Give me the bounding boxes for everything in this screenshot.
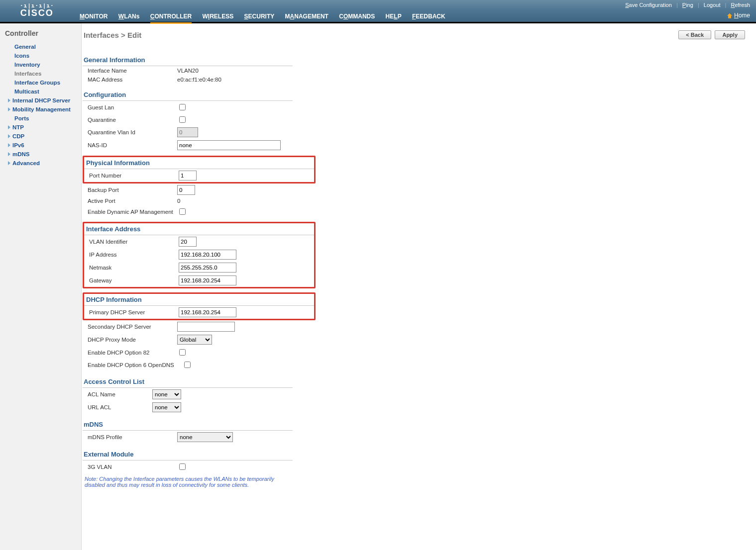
utility-links: Save Configuration | Ping | Logout | Ref… — [623, 2, 752, 8]
sidebar-item-ipv6[interactable]: IPv6 — [2, 141, 79, 150]
caret-icon — [8, 152, 10, 156]
nav-management[interactable]: MANAGEMENT — [285, 13, 328, 20]
home-icon — [727, 13, 732, 18]
footer-note: Note: Changing the Interface parameters … — [83, 473, 284, 488]
secondary-dhcp-label: Secondary DHCP Server — [83, 324, 177, 330]
netmask-input[interactable] — [179, 263, 236, 273]
caret-icon — [8, 98, 10, 102]
section-physical: Physical Information — [84, 157, 314, 169]
mac-address-label: MAC Address — [83, 77, 177, 83]
dhcp-opt82-label: Enable DHCP Option 82 — [83, 350, 177, 356]
sidebar-item-internal-dhcp[interactable]: Internal DHCP Server — [2, 96, 79, 105]
guest-lan-label: Guest Lan — [83, 104, 177, 110]
dyn-ap-checkbox[interactable] — [179, 208, 186, 215]
caret-icon — [8, 125, 10, 129]
vlan-id-label: VLAN Identifier — [84, 239, 179, 245]
nav-security[interactable]: SECURITY — [244, 13, 275, 20]
ip-address-input[interactable] — [179, 250, 236, 260]
quarantine-vlan-input — [177, 127, 198, 137]
section-acl: Access Control List — [83, 376, 293, 388]
sidebar-item-interface-groups[interactable]: Interface Groups — [2, 78, 79, 87]
guest-lan-checkbox[interactable] — [179, 104, 186, 110]
backup-port-label: Backup Port — [83, 187, 177, 193]
3g-vlan-checkbox[interactable] — [179, 463, 186, 470]
dhcp-opt6-label: Enable DHCP Option 6 OpenDNS — [83, 362, 182, 368]
sidebar-item-ports[interactable]: Ports — [2, 114, 79, 123]
nav-commands[interactable]: COMMANDS — [339, 13, 375, 20]
sidebar-item-ntp[interactable]: NTP — [2, 123, 79, 132]
dhcp-proxy-label: DHCP Proxy Mode — [83, 337, 177, 343]
top-header: Save Configuration | Ping | Logout | Ref… — [0, 0, 756, 22]
sidebar-item-mdns[interactable]: mDNS — [2, 150, 79, 159]
3g-vlan-label: 3G VLAN — [83, 464, 177, 470]
interface-name-value: VLAN20 — [177, 68, 199, 74]
caret-icon — [8, 107, 10, 111]
main-nav: MONITOR WLANs CONTROLLER WIRELESS SECURI… — [80, 13, 454, 20]
sidebar-item-multicast[interactable]: Multicast — [2, 87, 79, 96]
save-configuration-link[interactable]: Save Configuration — [625, 2, 672, 8]
sidebar-title: Controller — [2, 27, 79, 42]
quarantine-label: Quarantine — [83, 117, 177, 123]
sidebar-item-advanced[interactable]: Advanced — [2, 159, 79, 168]
section-mdns: mDNS — [83, 419, 293, 431]
cisco-logo: ·ı|ı·ı|ı· CISCO — [20, 3, 54, 17]
highlight-interface-address: Interface Address VLAN Identifier IP Add… — [83, 222, 316, 288]
highlight-dhcp: DHCP Information Primary DHCP Server — [83, 292, 316, 320]
sidebar-item-cdp[interactable]: CDP — [2, 132, 79, 141]
acl-name-select[interactable]: none — [152, 389, 181, 399]
highlight-physical: Physical Information Port Number — [83, 156, 316, 183]
interface-name-label: Interface Name — [83, 68, 177, 74]
home-link[interactable]: Home — [727, 12, 750, 19]
apply-button[interactable]: Apply — [715, 30, 745, 39]
back-button[interactable]: < Back — [678, 30, 711, 39]
dhcp-opt6-checkbox[interactable] — [184, 362, 191, 368]
sidebar-item-icons[interactable]: Icons — [2, 51, 79, 60]
refresh-link[interactable]: Refresh — [731, 2, 750, 8]
primary-dhcp-label: Primary DHCP Server — [84, 309, 179, 315]
ping-link[interactable]: Ping — [682, 2, 693, 8]
active-port-value: 0 — [177, 198, 180, 204]
section-interface-address: Interface Address — [84, 223, 314, 235]
port-number-input[interactable] — [179, 171, 197, 181]
nas-id-label: NAS-ID — [83, 142, 177, 148]
caret-icon — [8, 143, 10, 147]
sidebar-item-interfaces[interactable]: Interfaces — [2, 69, 79, 78]
dyn-ap-label: Enable Dynamic AP Management — [83, 209, 177, 215]
url-acl-label: URL ACL — [83, 404, 152, 410]
vlan-id-input[interactable] — [179, 237, 197, 247]
mdns-profile-select[interactable]: none — [177, 432, 233, 442]
quarantine-checkbox[interactable] — [179, 116, 186, 123]
dhcp-proxy-select[interactable]: Global — [177, 335, 212, 345]
quarantine-vlan-label: Quarantine Vlan Id — [83, 129, 177, 135]
nav-wlans[interactable]: WLANs — [118, 13, 140, 20]
nav-help[interactable]: HELP — [386, 13, 402, 20]
secondary-dhcp-input[interactable] — [177, 322, 235, 332]
nav-feedback[interactable]: FEEDBACK — [412, 13, 445, 20]
page-breadcrumb: Interfaces > Edit — [84, 31, 141, 39]
nav-controller[interactable]: CONTROLLER — [150, 13, 192, 24]
logout-link[interactable]: Logout — [704, 2, 721, 8]
gateway-label: Gateway — [84, 277, 179, 283]
section-external-module: External Module — [83, 449, 293, 460]
mac-address-value: e0:ac:f1:e0:4e:80 — [177, 77, 221, 83]
mdns-profile-label: mDNS Profile — [83, 434, 177, 440]
sidebar-item-inventory[interactable]: Inventory — [2, 60, 79, 69]
sidebar-item-mobility[interactable]: Mobility Management — [2, 105, 79, 114]
acl-name-label: ACL Name — [83, 391, 152, 397]
nav-wireless[interactable]: WIRELESS — [203, 13, 234, 20]
section-configuration: Configuration — [83, 89, 293, 101]
netmask-label: Netmask — [84, 265, 179, 271]
section-general: General Information — [83, 54, 293, 66]
caret-icon — [8, 134, 10, 138]
gateway-input[interactable] — [179, 275, 236, 285]
primary-dhcp-input[interactable] — [179, 307, 236, 317]
dhcp-opt82-checkbox[interactable] — [179, 349, 186, 356]
sidebar: Controller General Icons Inventory Inter… — [0, 23, 82, 550]
nav-monitor[interactable]: MONITOR — [80, 13, 108, 20]
section-dhcp: DHCP Information — [84, 294, 314, 306]
backup-port-input[interactable] — [177, 185, 195, 195]
port-number-label: Port Number — [84, 173, 179, 179]
sidebar-item-general[interactable]: General — [2, 42, 79, 51]
url-acl-select[interactable]: none — [152, 402, 181, 412]
nas-id-input[interactable] — [177, 140, 281, 150]
